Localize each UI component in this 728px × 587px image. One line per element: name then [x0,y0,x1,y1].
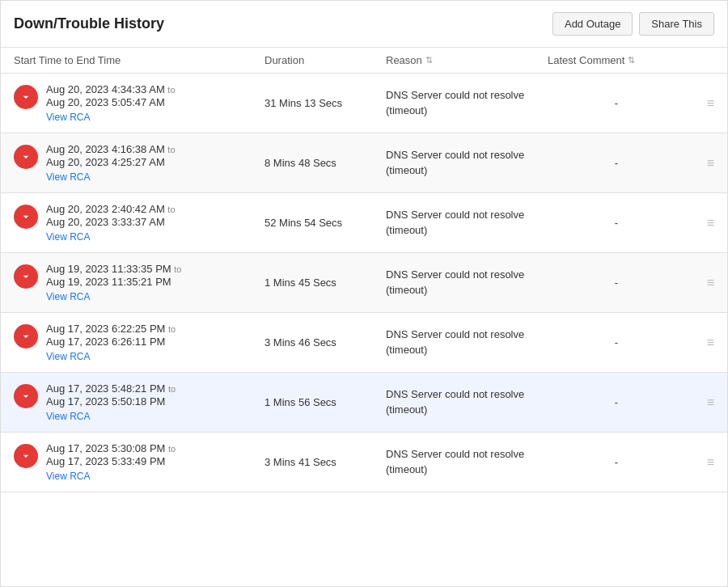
view-rca-link[interactable]: View RCA [46,351,176,362]
view-rca-link[interactable]: View RCA [46,171,176,183]
comment-sort-icon: ⇅ [628,55,635,65]
table-row: Aug 17, 2023 6:22:25 PM to Aug 17, 2023 … [1,313,727,373]
end-time: Aug 20, 2023 4:25:27 AM [46,156,176,168]
down-icon [14,264,38,289]
start-time: Aug 17, 2023 5:30:08 PM to [46,442,176,454]
add-outage-button[interactable]: Add Outage [552,12,633,36]
row-menu-icon[interactable]: ≡ [685,216,714,230]
view-rca-link[interactable]: View RCA [46,112,176,123]
table-row: Aug 20, 2023 2:40:42 AM to Aug 20, 2023 … [1,193,727,253]
down-icon [14,145,38,169]
table-row: Aug 19, 2023 11:33:35 PM to Aug 19, 2023… [1,253,727,313]
row-menu-icon[interactable]: ≡ [685,96,714,111]
down-icon [14,444,38,468]
to-label: to [168,384,176,394]
end-time: Aug 17, 2023 6:26:11 PM [46,336,176,348]
comment-cell: - [548,97,685,109]
arrow-down-icon [19,210,32,223]
to-label: to [168,324,176,334]
down-icon [14,324,38,348]
row-menu-icon[interactable]: ≡ [685,276,714,290]
reason-cell: DNS Server could not resolve (timeout) [386,148,548,177]
comment-cell: - [548,277,685,289]
col-actions [685,54,714,66]
row-menu-icon[interactable]: ≡ [685,336,714,350]
end-time: Aug 17, 2023 5:50:18 PM [46,395,176,408]
row-menu-icon[interactable]: ≡ [685,156,714,171]
start-time: Aug 17, 2023 5:48:21 PM to [46,382,176,395]
table-header: Start Time to End Time Duration Reason ⇅… [1,48,727,74]
share-this-button[interactable]: Share This [639,12,714,36]
to-label: to [167,145,175,154]
duration-cell: 1 Mins 56 Secs [265,396,386,408]
down-icon [14,384,38,408]
duration-cell: 8 Mins 48 Secs [265,157,386,169]
reason-cell: DNS Server could not resolve (timeout) [386,387,548,416]
start-end-cell: Aug 17, 2023 6:22:25 PM to Aug 17, 2023 … [14,323,265,362]
reason-cell: DNS Server could not resolve (timeout) [386,327,548,357]
table-row: Aug 17, 2023 5:30:08 PM to Aug 17, 2023 … [1,433,727,492]
comment-cell: - [548,456,685,468]
start-time: Aug 20, 2023 2:40:42 AM to [46,203,176,215]
table-row: Aug 17, 2023 5:48:21 PM to Aug 17, 2023 … [1,373,727,433]
start-end-cell: Aug 20, 2023 4:34:33 AM to Aug 20, 2023 … [14,83,265,123]
arrow-down-icon [19,450,32,462]
view-rca-link[interactable]: View RCA [46,231,176,243]
comment-cell: - [548,157,685,169]
row-menu-icon[interactable]: ≡ [685,395,714,410]
reason-cell: DNS Server could not resolve (timeout) [386,268,548,297]
to-label: to [168,444,176,454]
arrow-down-icon [19,390,32,403]
start-time: Aug 20, 2023 4:34:33 AM to [46,83,176,95]
down-icon [14,85,38,109]
duration-cell: 3 Mins 46 Secs [265,336,386,348]
start-end-cell: Aug 20, 2023 2:40:42 AM to Aug 20, 2023 … [14,203,265,243]
col-start-end: Start Time to End Time [14,54,265,66]
time-info: Aug 17, 2023 5:48:21 PM to Aug 17, 2023 … [46,382,176,422]
view-rca-link[interactable]: View RCA [46,411,176,422]
view-rca-link[interactable]: View RCA [46,291,181,302]
start-end-cell: Aug 17, 2023 5:30:08 PM to Aug 17, 2023 … [14,442,265,482]
to-label: to [167,205,175,214]
view-rca-link[interactable]: View RCA [46,471,176,482]
reason-cell: DNS Server could not resolve (timeout) [386,208,548,237]
arrow-down-icon [19,270,32,283]
header: Down/Trouble History Add Outage Share Th… [1,1,727,48]
end-time: Aug 20, 2023 3:33:37 AM [46,216,176,228]
comment-cell: - [548,396,685,408]
col-duration: Duration [265,54,386,66]
comment-cell: - [548,217,685,229]
duration-cell: 1 Mins 45 Secs [265,277,386,289]
reason-cell: DNS Server could not resolve (timeout) [386,447,548,476]
table-row: Aug 20, 2023 4:16:38 AM to Aug 20, 2023 … [1,133,727,193]
time-info: Aug 20, 2023 4:16:38 AM to Aug 20, 2023 … [46,143,176,183]
start-time: Aug 17, 2023 6:22:25 PM to [46,323,176,335]
page-container: Down/Trouble History Add Outage Share Th… [0,0,728,587]
end-time: Aug 17, 2023 5:33:49 PM [46,455,176,467]
end-time: Aug 19, 2023 11:35:21 PM [46,276,181,288]
reason-cell: DNS Server could not resolve (timeout) [386,88,548,117]
time-info: Aug 19, 2023 11:33:35 PM to Aug 19, 2023… [46,263,181,302]
time-info: Aug 17, 2023 5:30:08 PM to Aug 17, 2023 … [46,442,176,482]
start-end-cell: Aug 20, 2023 4:16:38 AM to Aug 20, 2023 … [14,143,265,183]
page-title: Down/Trouble History [14,15,164,32]
time-info: Aug 20, 2023 2:40:42 AM to Aug 20, 2023 … [46,203,176,243]
to-label: to [174,264,181,274]
duration-cell: 31 Mins 13 Secs [265,97,386,109]
duration-cell: 52 Mins 54 Secs [265,217,386,229]
col-latest-comment[interactable]: Latest Comment ⇅ [548,54,685,66]
time-info: Aug 20, 2023 4:34:33 AM to Aug 20, 2023 … [46,83,176,123]
arrow-down-icon [19,150,32,163]
header-actions: Add Outage Share This [552,12,714,36]
start-time: Aug 20, 2023 4:16:38 AM to [46,143,176,155]
start-end-cell: Aug 19, 2023 11:33:35 PM to Aug 19, 2023… [14,263,265,302]
table-body: Aug 20, 2023 4:34:33 AM to Aug 20, 2023 … [1,74,727,492]
to-label: to [167,85,175,95]
table-row: Aug 20, 2023 4:34:33 AM to Aug 20, 2023 … [1,74,727,133]
duration-cell: 3 Mins 41 Secs [265,456,386,468]
arrow-down-icon [19,330,32,343]
comment-cell: - [548,336,685,348]
col-reason[interactable]: Reason ⇅ [386,54,548,66]
time-info: Aug 17, 2023 6:22:25 PM to Aug 17, 2023 … [46,323,176,362]
row-menu-icon[interactable]: ≡ [685,455,714,470]
